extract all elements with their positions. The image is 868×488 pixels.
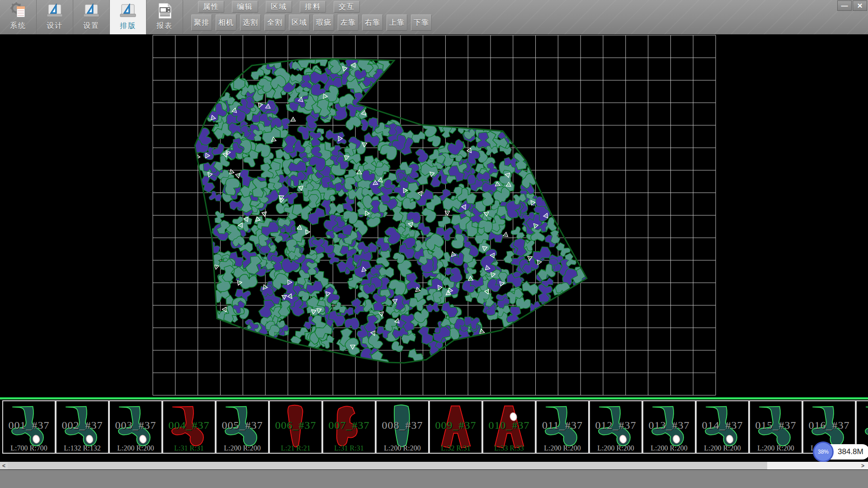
tool-button-4[interactable]: 全割 bbox=[264, 14, 285, 31]
app-tab-4[interactable]: 排版 bbox=[110, 0, 146, 34]
menu-tab-5[interactable]: 交互 bbox=[334, 1, 360, 13]
piece-shape bbox=[112, 402, 160, 453]
piece-shape bbox=[218, 402, 267, 453]
tool-button-1[interactable]: 聚排 bbox=[191, 14, 212, 31]
app-tab-3[interactable]: 设置 bbox=[73, 0, 110, 34]
nesting-ruler-icon bbox=[119, 2, 137, 20]
tool-button-8[interactable]: 右靠 bbox=[362, 14, 383, 31]
scroll-left-arrow-icon[interactable]: < bbox=[0, 462, 8, 469]
title-toolbar: 系统设计设置排版报表 属性编辑区域排料交互 聚排相机选割全割区域瑕疵左靠右靠上靠… bbox=[0, 0, 868, 34]
piece-thumbnail-6[interactable]: 006_#37L:21 R:21 bbox=[269, 400, 322, 454]
app-tab-1[interactable]: 系统 bbox=[0, 0, 37, 34]
menu-tab-2[interactable]: 编辑 bbox=[232, 1, 258, 13]
design-ruler-icon bbox=[46, 2, 64, 20]
piece-shape bbox=[538, 402, 587, 453]
close-button[interactable]: ✕ bbox=[853, 0, 867, 11]
report-doc-icon bbox=[156, 2, 174, 20]
memory-size-label: 384.8M bbox=[838, 447, 863, 456]
piece-shape bbox=[272, 402, 321, 453]
tool-button-3[interactable]: 选割 bbox=[240, 14, 261, 31]
scrollbar-thumb[interactable] bbox=[8, 462, 767, 469]
tool-button-10[interactable]: 下靠 bbox=[411, 14, 432, 31]
piece-thumbnail-14[interactable]: 014_#37L:200 R:200 bbox=[696, 400, 749, 454]
tool-button-6[interactable]: 瑕疵 bbox=[313, 14, 334, 31]
menu-tab-row: 属性编辑区域排料交互 bbox=[198, 1, 360, 13]
status-bar bbox=[0, 470, 868, 488]
piece-shape bbox=[5, 402, 54, 453]
piece-shape bbox=[165, 402, 214, 453]
piece-thumbnail-12[interactable]: 012_#37L:200 R:200 bbox=[589, 400, 642, 454]
piece-thumbnail-1[interactable]: 001_#37L:700 R:700 bbox=[2, 400, 56, 454]
nesting-canvas[interactable] bbox=[0, 34, 868, 397]
piece-shape bbox=[432, 402, 481, 453]
piece-thumbnail-4[interactable]: 004_#37L:31 R:31 bbox=[162, 400, 216, 454]
piece-thumbnail-8[interactable]: 008_#37L:200 R:200 bbox=[376, 400, 429, 454]
horizontal-scrollbar[interactable]: < > bbox=[0, 462, 868, 469]
tool-button-7[interactable]: 左靠 bbox=[338, 14, 359, 31]
scroll-right-arrow-icon[interactable]: > bbox=[859, 462, 867, 469]
app-tab-5[interactable]: 报表 bbox=[146, 0, 183, 34]
nested-pieces bbox=[187, 50, 590, 371]
piece-marker-icon bbox=[262, 212, 267, 217]
piece-shape bbox=[645, 402, 694, 453]
nesting-layout-drawing bbox=[0, 34, 868, 397]
system-gear-icon bbox=[9, 2, 27, 20]
piece-shape bbox=[378, 402, 427, 453]
menu-tab-3[interactable]: 区域 bbox=[266, 1, 292, 13]
strip-separator-line bbox=[0, 397, 868, 399]
piece-thumbnail-3[interactable]: 003_#37L:200 R:200 bbox=[109, 400, 162, 454]
piece-shape bbox=[485, 402, 534, 453]
piece-thumbnail-2[interactable]: 002_#37L:132 R:132 bbox=[56, 400, 109, 454]
piece-marker-icon bbox=[445, 211, 450, 215]
settings-ruler-icon bbox=[82, 2, 100, 20]
app-tab-label: 排版 bbox=[120, 21, 136, 31]
piece-thumbnail-7[interactable]: 007_#37L:31 R:31 bbox=[322, 400, 376, 454]
app-tab-2[interactable]: 设计 bbox=[37, 0, 73, 34]
piece-thumbnail-13[interactable]: 013_#37L:200 R:200 bbox=[642, 400, 696, 454]
piece-thumbnail-strip: 001_#37L:700 R:700002_#37L:132 R:132003_… bbox=[2, 400, 868, 454]
tool-button-5[interactable]: 区域 bbox=[289, 14, 310, 31]
app-tab-label: 设置 bbox=[83, 21, 99, 31]
memory-progress-badge[interactable]: 38% 384.8M bbox=[815, 444, 868, 460]
menu-tab-1[interactable]: 属性 bbox=[198, 1, 224, 13]
piece-shape bbox=[752, 402, 801, 453]
piece-shape bbox=[592, 402, 641, 453]
piece-shape bbox=[698, 402, 747, 453]
tool-button-9[interactable]: 上靠 bbox=[387, 14, 407, 31]
piece-shape bbox=[58, 402, 107, 453]
piece-thumbnail-5[interactable]: 005_#37L:200 R:200 bbox=[216, 400, 269, 454]
window-controls: — ✕ bbox=[837, 0, 867, 11]
app-tab-bar: 系统设计设置排版报表 bbox=[0, 0, 183, 34]
piece-thumbnail-15[interactable]: 015_#37L:200 R:200 bbox=[749, 400, 802, 454]
minimize-button[interactable]: — bbox=[837, 0, 852, 11]
piece-thumbnail-11[interactable]: 011_#37L:200 R:200 bbox=[536, 400, 589, 454]
piece-marker-icon bbox=[290, 117, 296, 123]
progress-circle: 38% bbox=[813, 441, 834, 462]
piece-thumbnail-10[interactable]: 010_#37L:33 R:33 bbox=[482, 400, 536, 454]
menu-tab-4[interactable]: 排料 bbox=[300, 1, 326, 13]
tool-button-row: 聚排相机选割全割区域瑕疵左靠右靠上靠下靠 bbox=[191, 14, 432, 31]
app-tab-label: 设计 bbox=[47, 21, 63, 31]
tool-button-2[interactable]: 相机 bbox=[216, 14, 236, 31]
app-tab-label: 系统 bbox=[10, 21, 26, 31]
app-window: 系统设计设置排版报表 属性编辑区域排料交互 聚排相机选割全割区域瑕疵左靠右靠上靠… bbox=[0, 0, 868, 488]
app-tab-label: 报表 bbox=[156, 21, 173, 31]
piece-thumbnail-9[interactable]: 009_#37L:32 R:31 bbox=[429, 400, 482, 454]
piece-shape bbox=[325, 402, 374, 453]
